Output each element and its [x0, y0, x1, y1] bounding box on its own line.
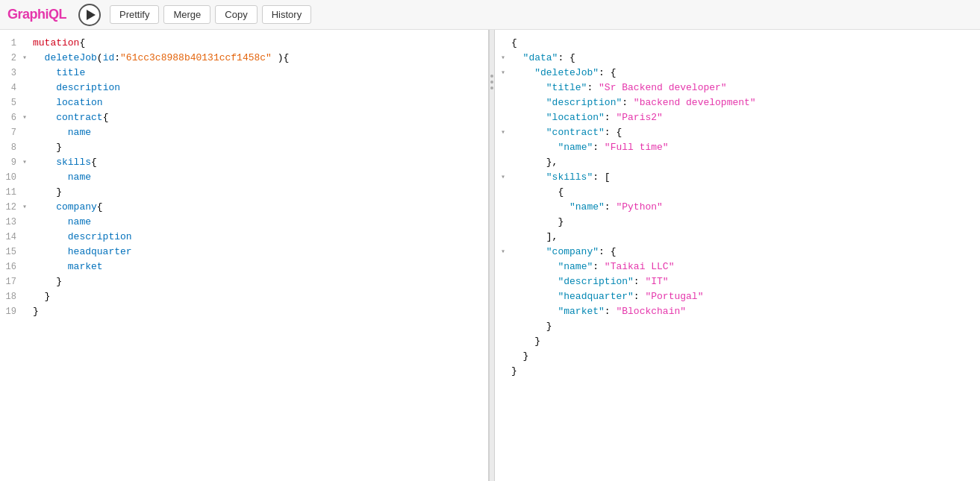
code-line: 6▾ contract{: [0, 110, 488, 125]
line-number: 10: [0, 170, 22, 185]
code-line: }: [495, 334, 980, 349]
code-line: }: [495, 349, 980, 364]
line-text: description: [33, 230, 488, 245]
line-number: 5: [0, 95, 22, 110]
line-number: 8: [0, 140, 22, 155]
code-line: {: [495, 185, 980, 200]
code-line: "name": "Python": [495, 200, 980, 215]
line-text: }: [33, 140, 488, 155]
prettify-button[interactable]: Prettify: [110, 5, 159, 24]
line-text: }: [511, 349, 980, 364]
code-line: "market": "Blockchain": [495, 304, 980, 319]
app-title: GraphiQL: [7, 7, 66, 22]
collapse-arrow[interactable]: ▾: [22, 200, 33, 215]
line-text: name: [33, 125, 488, 140]
line-number: 17: [0, 274, 22, 289]
code-line: 8 }: [0, 140, 488, 155]
line-text: company{: [33, 200, 488, 215]
line-text: location: [33, 95, 488, 110]
line-text: name: [33, 170, 488, 185]
line-text: "company": {: [511, 245, 980, 260]
line-text: "location": "Paris2": [511, 110, 980, 125]
line-text: deleteJob(id:"61cc3c8988b40131ccf1458c" …: [33, 51, 488, 66]
line-text: "name": "Taikai LLC": [511, 260, 980, 274]
code-line: },: [495, 155, 980, 170]
divider-dot-1: [490, 75, 493, 78]
main-area: 1 mutation{2▾ deleteJob(id:"61cc3c8988b4…: [0, 30, 980, 481]
line-text: description: [33, 81, 488, 95]
line-number: 9: [0, 155, 22, 170]
collapse-arrow[interactable]: ▾: [22, 110, 33, 125]
collapse-arrow[interactable]: ▾: [501, 66, 511, 81]
pane-divider: [489, 30, 495, 481]
code-line: "name": "Full time": [495, 140, 980, 155]
collapse-arrow[interactable]: ▾: [22, 51, 33, 66]
line-text: "market": "Blockchain": [511, 304, 980, 319]
code-line: 3 title: [0, 66, 488, 81]
code-line: ▾ "contract": {: [495, 125, 980, 140]
line-text: {: [511, 36, 980, 51]
code-line: 11 }: [0, 185, 488, 200]
collapse-arrow[interactable]: ▾: [22, 155, 33, 170]
line-number: 7: [0, 125, 22, 140]
merge-button[interactable]: Merge: [163, 5, 210, 24]
line-text: "description": "backend development": [511, 95, 980, 110]
line-text: "data": {: [511, 51, 980, 66]
collapse-arrow[interactable]: ▾: [501, 51, 511, 66]
line-text: name: [33, 215, 488, 230]
code-line: ▾ "skills": [: [495, 170, 980, 185]
line-text: {: [511, 185, 980, 200]
code-line: }: [495, 215, 980, 230]
line-number: 12: [0, 200, 22, 215]
history-button[interactable]: History: [262, 5, 311, 24]
code-line: "headquarter": "Portugal": [495, 289, 980, 304]
code-line: "name": "Taikai LLC": [495, 260, 980, 274]
line-text: }: [33, 274, 488, 289]
line-text: "contract": {: [511, 125, 980, 140]
line-text: contract{: [33, 110, 488, 125]
toolbar: GraphiQL Prettify Merge Copy History: [0, 0, 980, 30]
line-text: title: [33, 66, 488, 81]
line-text: headquarter: [33, 245, 488, 260]
line-text: "name": "Python": [511, 200, 980, 215]
run-button[interactable]: [78, 4, 101, 26]
line-number: 3: [0, 66, 22, 81]
code-line: ▾ "deleteJob": {: [495, 66, 980, 81]
line-text: }: [511, 334, 980, 349]
collapse-arrow[interactable]: ▾: [501, 245, 511, 260]
line-text: "title": "Sr Backend developer": [511, 81, 980, 95]
divider-dot-2: [490, 81, 493, 84]
line-text: "skills": [: [511, 170, 980, 185]
line-number: 18: [0, 289, 22, 304]
code-line: "description": "IT": [495, 274, 980, 289]
line-number: 13: [0, 215, 22, 230]
line-number: 16: [0, 260, 22, 274]
code-line: 16 market: [0, 260, 488, 274]
line-text: ],: [511, 230, 980, 245]
code-line: 9▾ skills{: [0, 155, 488, 170]
code-line: ▾ "data": {: [495, 51, 980, 66]
results-code-area: {▾ "data": {▾ "deleteJob": { "title": "S…: [495, 30, 980, 481]
divider-dot-3: [490, 87, 493, 89]
line-number: 1: [0, 36, 22, 51]
line-number: 4: [0, 81, 22, 95]
collapse-arrow[interactable]: ▾: [501, 125, 511, 140]
code-line: "title": "Sr Backend developer": [495, 81, 980, 95]
collapse-arrow[interactable]: ▾: [501, 170, 511, 185]
code-line: 10 name: [0, 170, 488, 185]
query-editor[interactable]: 1 mutation{2▾ deleteJob(id:"61cc3c8988b4…: [0, 30, 489, 481]
code-line: 7 name: [0, 125, 488, 140]
code-line: 4 description: [0, 81, 488, 95]
code-line: 13 name: [0, 215, 488, 230]
line-number: 6: [0, 110, 22, 125]
copy-button[interactable]: Copy: [215, 5, 257, 24]
code-line: {: [495, 36, 980, 51]
line-number: 19: [0, 304, 22, 319]
line-text: },: [511, 155, 980, 170]
line-text: market: [33, 260, 488, 274]
code-line: 17 }: [0, 274, 488, 289]
line-number: 14: [0, 230, 22, 245]
code-line: 1 mutation{: [0, 36, 488, 51]
line-text: }: [511, 319, 980, 334]
line-number: 15: [0, 245, 22, 260]
